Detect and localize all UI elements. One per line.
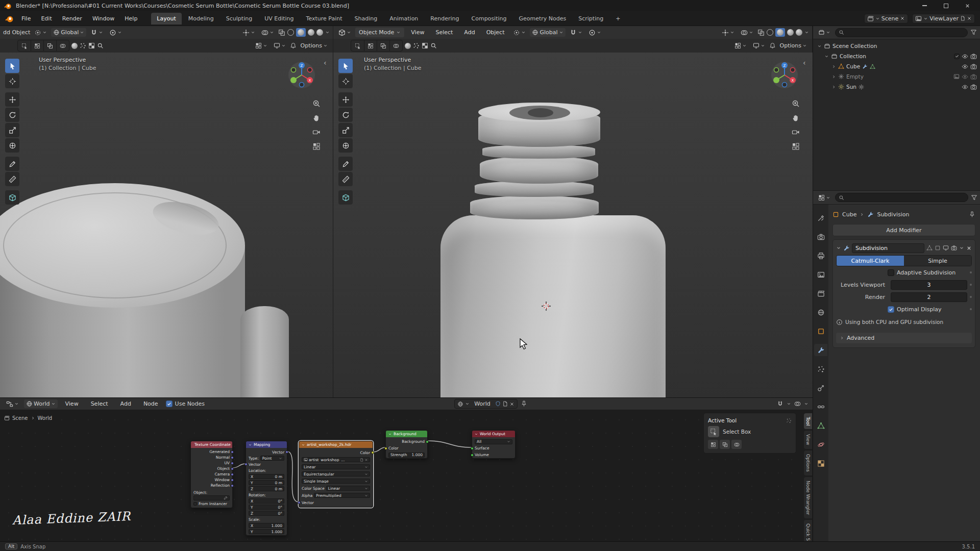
unlink-scene-icon[interactable] bbox=[900, 16, 905, 21]
menu-node[interactable]: Node bbox=[139, 398, 163, 409]
alpha-dropdown[interactable]: Premultiplied bbox=[314, 493, 370, 498]
rotation-z-field[interactable]: Z0° bbox=[249, 511, 284, 516]
texture-slot-icon[interactable] bbox=[422, 42, 428, 49]
tool-option-extend-icon[interactable] bbox=[720, 440, 730, 449]
from-instancer-checkbox[interactable] bbox=[193, 502, 197, 506]
render-toggle[interactable] bbox=[951, 245, 957, 251]
close-button[interactable] bbox=[959, 0, 976, 11]
scale-tool[interactable] bbox=[338, 123, 353, 137]
new-viewlayer-icon[interactable] bbox=[960, 16, 965, 21]
modifier-name-field[interactable]: Subdivision bbox=[852, 243, 924, 253]
mode-dropdown[interactable]: Object Mode bbox=[355, 28, 404, 37]
show-overlays-toggle[interactable] bbox=[739, 28, 755, 37]
menu-view[interactable]: View bbox=[61, 398, 83, 409]
adaptive-subdivision-checkbox[interactable] bbox=[888, 269, 894, 276]
exclude-checkbox[interactable] bbox=[954, 54, 960, 59]
shading-wireframe-button[interactable] bbox=[767, 29, 773, 36]
tab-object[interactable] bbox=[814, 325, 827, 337]
measure-tool[interactable] bbox=[5, 172, 19, 186]
cursor-tool[interactable] bbox=[5, 74, 19, 88]
strength-field[interactable]: Strength1.000 bbox=[388, 453, 425, 458]
move-tool[interactable] bbox=[338, 92, 353, 107]
tab-view-layer[interactable] bbox=[814, 268, 827, 281]
texture-slot-icon[interactable] bbox=[88, 42, 95, 49]
workspace-tab-layout[interactable]: Layout bbox=[151, 13, 181, 24]
select-intersect-icon[interactable] bbox=[56, 40, 69, 51]
scale-y-field[interactable]: Y1.000 bbox=[249, 529, 284, 534]
menu-help[interactable]: Help bbox=[120, 13, 142, 24]
material-preview-icon[interactable] bbox=[71, 43, 78, 49]
show-gizmo-toggle[interactable] bbox=[240, 28, 257, 37]
shading-material-button[interactable] bbox=[787, 29, 794, 36]
show-gizmo-toggle[interactable] bbox=[720, 28, 737, 37]
breadcrumb-modifier[interactable]: Subdivision bbox=[877, 211, 909, 218]
menu-add[interactable]: Add bbox=[459, 27, 479, 38]
node-canvas[interactable]: Scene World Texture Coordinate Generated… bbox=[0, 410, 813, 542]
location-x-field[interactable]: X0 m bbox=[249, 474, 284, 479]
menu-view[interactable]: View bbox=[406, 27, 429, 38]
select-box-tool[interactable] bbox=[338, 59, 353, 73]
rotate-tool[interactable] bbox=[5, 108, 19, 122]
add-workspace-button[interactable]: + bbox=[610, 13, 626, 24]
tab-modifiers[interactable] bbox=[814, 344, 827, 356]
shading-solid-button[interactable] bbox=[775, 28, 785, 37]
select-box-tool[interactable] bbox=[5, 59, 19, 73]
breadcrumb-object[interactable]: Cube bbox=[842, 211, 856, 218]
shading-solid-button[interactable] bbox=[296, 28, 306, 37]
mapping-type-dropdown[interactable]: Point bbox=[260, 456, 284, 461]
on-cage-toggle[interactable] bbox=[926, 245, 933, 251]
node-mapping[interactable]: Mapping Vector Type:Point Vector Locatio… bbox=[246, 441, 287, 536]
sidebar-collapse-arrow[interactable]: ‹ bbox=[803, 59, 806, 67]
fake-user-shield-icon[interactable] bbox=[495, 401, 501, 407]
animate-dot[interactable] bbox=[970, 308, 972, 310]
sidebar-collapse-arrow[interactable]: ‹ bbox=[324, 59, 327, 67]
node-background[interactable]: Background Background Color Strength1.00… bbox=[385, 430, 428, 459]
options-dropdown[interactable]: Options bbox=[299, 41, 330, 50]
snap-settings-dropdown[interactable] bbox=[732, 41, 749, 50]
outliner-row-cube[interactable]: Cube bbox=[813, 61, 980, 71]
simple-button[interactable]: Simple bbox=[904, 256, 971, 266]
xray-toggle[interactable] bbox=[757, 29, 765, 36]
snapping-toggle[interactable] bbox=[568, 28, 584, 37]
proportional-editing-toggle[interactable] bbox=[107, 28, 124, 37]
zoom-icon[interactable] bbox=[312, 99, 321, 108]
menu-window[interactable]: Window bbox=[88, 13, 119, 24]
notifications-icon[interactable] bbox=[290, 42, 297, 49]
navigation-gizmo[interactable]: Z X bbox=[770, 61, 799, 89]
select-set-icon[interactable] bbox=[18, 40, 31, 51]
maximize-button[interactable] bbox=[937, 0, 954, 11]
properties-filter-icon[interactable] bbox=[971, 194, 977, 201]
animate-dot[interactable] bbox=[970, 271, 972, 273]
node-world-output[interactable]: World Output All Surface Volume bbox=[472, 430, 516, 459]
properties-editor-icon[interactable] bbox=[816, 193, 832, 202]
navigation-gizmo[interactable]: Z X bbox=[287, 61, 316, 89]
workspace-tab-shading[interactable]: Shading bbox=[349, 13, 383, 24]
overlays-toggle[interactable] bbox=[794, 400, 801, 407]
transform-orientation-dropdown[interactable]: Global bbox=[530, 28, 565, 37]
proportional-editing-toggle[interactable] bbox=[586, 28, 603, 37]
delete-modifier-icon[interactable] bbox=[966, 245, 972, 251]
add-cube-tool[interactable] bbox=[5, 190, 19, 205]
output-target-dropdown[interactable]: All bbox=[475, 439, 512, 444]
use-nodes-toggle[interactable]: Use Nodes bbox=[166, 400, 205, 407]
falloff-dropdown[interactable] bbox=[272, 41, 288, 50]
render-visibility-toggle[interactable] bbox=[970, 73, 977, 80]
annotate-tool[interactable] bbox=[338, 157, 353, 171]
paint-mask-icon[interactable] bbox=[80, 42, 86, 49]
render-visibility-toggle[interactable] bbox=[970, 63, 977, 70]
options-dropdown[interactable]: Options bbox=[778, 41, 809, 50]
paint-mask-icon[interactable] bbox=[413, 42, 420, 49]
shading-rendered-button[interactable] bbox=[316, 29, 323, 36]
edit-mode-toggle[interactable] bbox=[935, 245, 941, 251]
select-intersect-icon[interactable] bbox=[389, 40, 402, 51]
levels-viewport-field[interactable]: 3 bbox=[891, 280, 967, 290]
expand-chevron-icon[interactable] bbox=[836, 245, 841, 251]
shading-dropdown[interactable] bbox=[325, 30, 330, 35]
image-source-dropdown[interactable]: Single Image bbox=[302, 479, 370, 484]
location-y-field[interactable]: Y0 m bbox=[249, 480, 284, 485]
projection-dropdown[interactable]: Equirectangular bbox=[302, 471, 370, 477]
modifier-extras-dropdown[interactable] bbox=[959, 245, 964, 251]
select-box-tool-icon[interactable] bbox=[708, 426, 719, 437]
object-eyedropper-field[interactable] bbox=[193, 495, 230, 500]
node-environment-texture[interactable]: artist_workshop_2k.hdr Color artist_work… bbox=[299, 441, 373, 508]
